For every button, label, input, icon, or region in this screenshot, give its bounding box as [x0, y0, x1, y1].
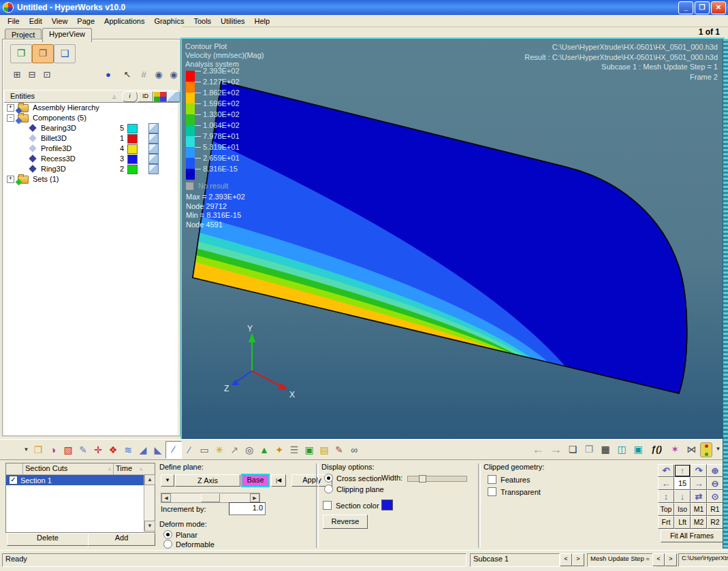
tree-tool-icon[interactable]: ⊡	[40, 68, 54, 82]
add-button[interactable]: Add	[88, 533, 155, 546]
expand-collapse-icon[interactable]: ❖	[106, 442, 121, 458]
view-preset-button[interactable]: Iso	[674, 503, 691, 516]
section-label[interactable]: Section 1	[20, 476, 52, 485]
tracking-icon[interactable]: ◎	[242, 442, 257, 458]
menu-item[interactable]: File	[3, 16, 25, 26]
color-wand-icon[interactable]: ✶	[667, 441, 682, 457]
scroll-down-icon[interactable]: ▼	[144, 521, 155, 532]
menu-item[interactable]: Graphics	[149, 16, 189, 26]
mask-panel-icon[interactable]: ☰	[287, 442, 302, 458]
style-column-icon[interactable]	[167, 91, 180, 102]
axis-button[interactable]: Z Axis	[175, 474, 240, 487]
browser-button[interactable]: ❑	[54, 44, 76, 63]
deform-deformable-radio[interactable]: Deformable	[163, 540, 215, 549]
zoom-out-icon[interactable]: ⊖	[707, 477, 723, 490]
tree-label[interactable]: Components (5)	[33, 114, 86, 122]
menu-item[interactable]: Edit	[25, 16, 47, 26]
entity-attributes-icon[interactable]: ▤	[317, 442, 332, 458]
tree-row-component[interactable]: Bearing3D 5	[4, 123, 178, 133]
start-stop-animation-icon[interactable]	[700, 442, 712, 457]
info-icon[interactable]: i	[122, 91, 138, 102]
base-button[interactable]: Base	[241, 474, 270, 487]
tree-label[interactable]: Recess3D	[41, 154, 76, 163]
tree-row-components[interactable]: - Components (5)	[4, 113, 178, 123]
delete-button[interactable]: Delete	[7, 533, 89, 546]
add-object-icon[interactable]: ▣	[302, 442, 317, 458]
maximize-button[interactable]: ❐	[695, 1, 710, 14]
logo-dropdown-icon[interactable]: ▼	[22, 442, 31, 458]
tree-row-sets[interactable]: + Sets (1)	[4, 174, 178, 184]
fit-all-frames-button[interactable]: Fit All Frames	[661, 529, 723, 542]
hyperworks-logo-icon[interactable]	[4, 442, 22, 458]
tree-row-component[interactable]: Profile3D 4	[4, 144, 178, 154]
add-page-icon[interactable]: ❐	[582, 441, 597, 457]
expander-icon[interactable]: +	[7, 176, 14, 183]
page-list-icon[interactable]: ❏	[565, 441, 580, 457]
id-column-button[interactable]: ID	[138, 91, 153, 102]
section-row[interactable]: ✓ Section 1	[6, 475, 144, 485]
rotate-cw-icon[interactable]: ↷	[691, 464, 707, 477]
swap-window-icon[interactable]: ◫	[614, 441, 629, 457]
tree-label[interactable]: Billet3D	[41, 134, 67, 142]
radio-icon[interactable]	[163, 530, 172, 539]
section-checkbox[interactable]: ✓	[9, 476, 18, 485]
section-cuts-column[interactable]: Section Cuts▵	[23, 463, 114, 474]
step-field[interactable]: Mesh Update Step =	[587, 553, 656, 567]
width-slider[interactable]	[407, 476, 467, 482]
expression-builder-icon[interactable]: ƒ()	[647, 441, 666, 457]
tree-tool-icon[interactable]: ◉	[167, 68, 180, 82]
tree-label[interactable]: Profile3D	[41, 144, 72, 152]
view-preset-button[interactable]: Top	[658, 503, 674, 516]
cross-section-radio[interactable]: Cross section	[324, 474, 382, 483]
measure-icon[interactable]: ✎	[332, 442, 347, 458]
radio-icon[interactable]	[163, 540, 172, 549]
menu-item[interactable]: Applications	[99, 16, 149, 26]
panel-grip[interactable]	[723, 39, 728, 549]
tree-label[interactable]: Ring3D	[41, 165, 66, 173]
component-style-icon[interactable]	[148, 164, 159, 174]
rotate-increment-input[interactable]: 15	[674, 477, 691, 490]
tracking-glasses-icon[interactable]: ∞	[347, 442, 362, 458]
tree-tool-icon[interactable]: #	[137, 68, 151, 82]
checkbox-icon[interactable]	[323, 501, 332, 510]
pan-vertical-icon[interactable]: ↕	[658, 490, 674, 503]
graphics-viewport[interactable]: Y X Z Contour Plot Velocity (mm/sec)(Mag…	[182, 39, 723, 439]
expander-icon[interactable]: +	[7, 104, 14, 112]
section-cut-a-icon[interactable]: ◢	[136, 442, 151, 458]
menu-item[interactable]: Help	[250, 16, 275, 26]
tree-tool-icon[interactable]: ◉	[152, 68, 165, 82]
tree-tool-icon[interactable]: ●	[101, 68, 115, 82]
menu-item[interactable]: View	[47, 16, 73, 26]
load-results-icon[interactable]: ◑	[46, 442, 61, 458]
minimize-button[interactable]: _	[678, 1, 693, 14]
tree-row-component[interactable]: Recess3D 3	[4, 154, 178, 164]
page-layout-icon[interactable]: ▦	[598, 441, 613, 457]
view-preset-button[interactable]: R1	[707, 503, 723, 516]
color-column-icon[interactable]	[153, 91, 167, 102]
rotate-up-icon[interactable]: ↑	[674, 464, 691, 477]
width-slider-thumb[interactable]	[419, 475, 426, 483]
view-preset-button[interactable]: Lft	[674, 516, 691, 529]
section-cut-b-icon[interactable]: ◣	[151, 442, 165, 458]
vector-plot-icon[interactable]: ✛	[91, 442, 106, 458]
tree-label[interactable]: Bearing3D	[41, 124, 76, 132]
component-style-icon[interactable]	[148, 144, 159, 154]
rotate-right-icon[interactable]: →	[691, 477, 707, 490]
deformed-shape-icon[interactable]: ✎	[76, 442, 91, 458]
section-cut-c-icon[interactable]: ∕	[182, 442, 197, 458]
note-icon[interactable]: ▭	[197, 442, 212, 458]
animation-controls-icon[interactable]: ⋈	[684, 441, 699, 457]
rotate-ccw-icon[interactable]: ↶	[658, 464, 674, 477]
section-color-swatch[interactable]	[381, 500, 393, 510]
pan-horizontal-icon[interactable]: ⇄	[691, 490, 707, 503]
menu-item[interactable]: Utilities	[216, 16, 249, 26]
section-list-scrollbar[interactable]: ▲ ▼	[144, 474, 155, 532]
component-color-swatch[interactable]	[127, 154, 138, 164]
transform-icon[interactable]: ↗	[227, 442, 242, 458]
close-button[interactable]: ✕	[711, 1, 726, 14]
clipping-plane-radio[interactable]: Clipping plane	[324, 485, 384, 493]
features-checkbox[interactable]: Features	[488, 475, 530, 484]
tree-row-assembly[interactable]: + Assembly Hierarchy	[4, 103, 178, 113]
tree-tool-icon[interactable]: ⊟	[25, 68, 39, 82]
rotate-down-icon[interactable]: ↓	[674, 490, 691, 503]
